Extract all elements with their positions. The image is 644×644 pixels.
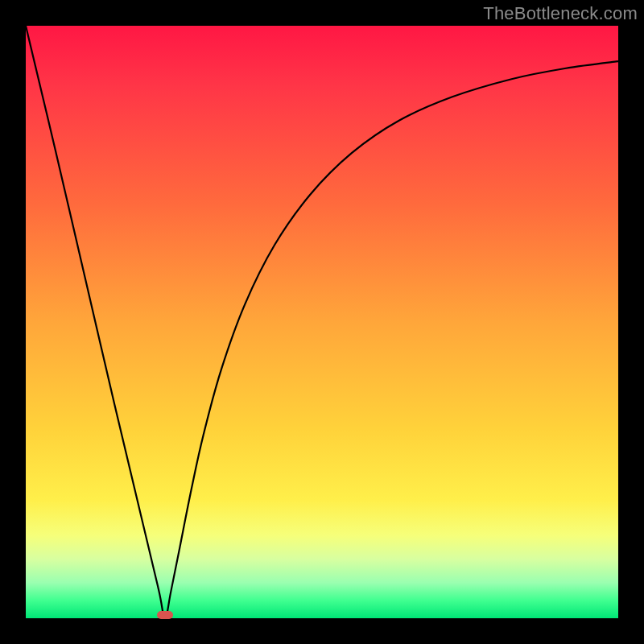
- bottleneck-curve: [26, 26, 618, 618]
- watermark-text: TheBottleneck.com: [483, 3, 638, 24]
- curve-svg: [26, 26, 618, 618]
- minimum-marker: [157, 611, 173, 619]
- chart-frame: TheBottleneck.com: [0, 0, 644, 644]
- plot-area: [26, 26, 618, 618]
